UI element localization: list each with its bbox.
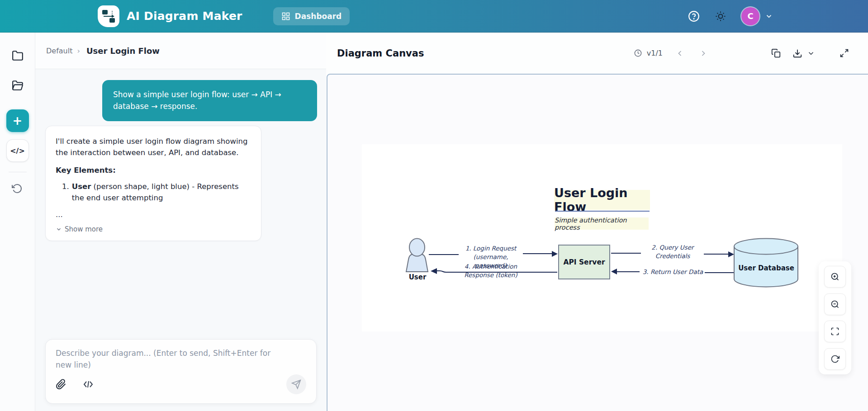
chevron-down-icon <box>56 226 62 232</box>
refresh-icon <box>830 354 840 364</box>
grid-icon <box>281 12 290 21</box>
send-button[interactable] <box>286 374 306 394</box>
ai-list-item: 1. User (person shape, light blue) - Rep… <box>56 181 251 204</box>
folder-open-icon[interactable] <box>12 80 24 91</box>
folder-icon[interactable] <box>12 50 24 61</box>
canvas-zoom-controls <box>819 261 851 374</box>
history-undo-icon[interactable] <box>12 183 24 195</box>
fullscreen-button[interactable] <box>840 48 849 58</box>
download-button[interactable] <box>792 48 802 58</box>
chevron-down-icon <box>807 49 815 57</box>
history-clock-icon <box>634 49 642 57</box>
ai-message-bubble: I'll create a simple user login flow dia… <box>45 126 261 241</box>
attach-file-icon[interactable] <box>56 379 66 390</box>
version-indicator: v1/1 <box>647 49 663 57</box>
list-bold: User <box>72 182 91 191</box>
code-view-button[interactable]: </> <box>6 139 29 162</box>
dashboard-label: Dashboard <box>295 12 342 21</box>
ai-key-elements-heading: Key Elements: <box>56 165 251 176</box>
breadcrumb-current: User Login Flow <box>86 46 160 56</box>
diagram-title: User Login Flow <box>554 190 650 210</box>
copy-icon <box>771 48 781 58</box>
app-header: AI Diagram Maker Dashboard C <box>0 0 868 33</box>
diagram-logo-icon <box>101 9 116 24</box>
chat-input[interactable]: Describe your diagram... (Enter to send,… <box>45 339 317 404</box>
fit-view-icon <box>830 327 840 336</box>
zoom-out-icon <box>830 300 840 309</box>
node-user-shape <box>406 239 428 272</box>
canvas-title: Diagram Canvas <box>337 48 424 59</box>
chat-panel: Default › User Login Flow Show a simple … <box>35 33 326 411</box>
reset-view-button[interactable] <box>824 348 846 370</box>
zoom-out-button[interactable] <box>824 293 846 315</box>
sidebar-divider <box>9 172 27 172</box>
diagram-subtitle: Simple authentication process <box>555 217 649 230</box>
zoom-in-button[interactable] <box>824 266 846 288</box>
app-title: AI Diagram Maker <box>127 9 242 23</box>
new-diagram-button[interactable]: + <box>6 109 29 132</box>
user-message-bubble: Show a simple user login flow: user → AP… <box>102 80 317 121</box>
download-icon <box>792 48 802 58</box>
insert-code-icon[interactable] <box>83 379 94 390</box>
diagram-shapes-layer <box>362 144 842 331</box>
next-version-icon[interactable] <box>699 49 708 58</box>
copy-button[interactable] <box>771 48 781 58</box>
prev-version-icon[interactable] <box>675 49 684 58</box>
chat-breadcrumb-bar: Default › User Login Flow <box>35 33 326 69</box>
truncation-ellipsis: ... <box>56 209 251 221</box>
diagram-title-underline <box>555 211 650 212</box>
breadcrumb-folder[interactable]: Default <box>46 47 72 55</box>
chevron-down-icon[interactable] <box>765 12 773 20</box>
node-api-server: API Server <box>558 245 610 279</box>
fit-view-button[interactable] <box>824 321 846 342</box>
dashboard-button[interactable]: Dashboard <box>273 7 350 25</box>
list-number: 1. <box>62 181 69 204</box>
list-text: User (person shape, light blue) - Repres… <box>72 181 251 204</box>
node-db-label: User Database <box>736 264 796 272</box>
canvas-header: Diagram Canvas v1/1 <box>326 33 868 74</box>
plus-icon: + <box>13 114 23 128</box>
node-db-shape <box>734 239 798 287</box>
list-rest: (person shape, light blue) - Represents … <box>72 182 239 202</box>
code-icon: </> <box>10 146 25 155</box>
show-more-button[interactable]: Show more <box>56 224 251 235</box>
show-more-label: Show more <box>65 224 103 235</box>
node-user-label: User <box>404 273 431 281</box>
help-icon[interactable] <box>688 10 700 22</box>
avatar[interactable]: C <box>741 7 759 25</box>
send-icon <box>291 379 301 389</box>
edge-label-query-credentials: 2. Query UserCredentials <box>639 243 707 260</box>
edge-label-auth-response: 4. AuthenticationResponse (token) <box>457 262 525 279</box>
left-sidebar: + </> <box>0 33 35 411</box>
breadcrumb-separator: › <box>77 47 80 55</box>
zoom-in-icon <box>830 272 840 281</box>
edge-label-return-user-data: 3. Return User Data <box>636 268 710 276</box>
app-logo <box>98 5 119 27</box>
ai-message-intro: I'll create a simple user login flow dia… <box>56 136 251 159</box>
expand-icon <box>840 48 849 58</box>
theme-toggle-sun-icon[interactable] <box>715 11 726 22</box>
chat-input-placeholder: Describe your diagram... (Enter to send,… <box>56 348 284 371</box>
download-options-button[interactable] <box>807 49 815 57</box>
